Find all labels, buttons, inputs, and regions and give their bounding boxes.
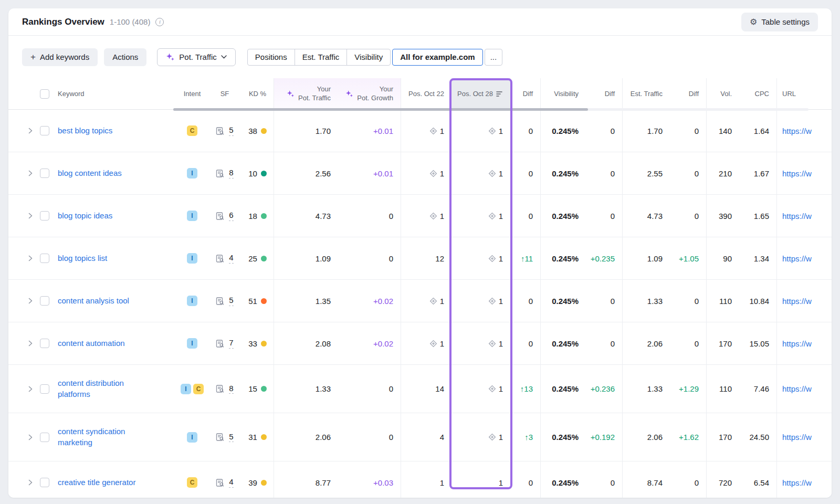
horizontal-scrollbar-thumb[interactable]	[173, 108, 588, 111]
metric-dropdown[interactable]: Pot. Traffic	[157, 48, 235, 66]
tab-all-for-domain[interactable]: All for example.com	[392, 49, 483, 66]
column-header-pot-traffic[interactable]: YourPot. Traffic	[274, 78, 338, 109]
intent-badges: C	[176, 461, 208, 498]
column-header-cpc[interactable]: CPC	[739, 78, 777, 109]
position-value: 1	[499, 254, 503, 263]
table-settings-button[interactable]: ⚙ Table settings	[741, 13, 818, 32]
header-expand-spacer	[21, 78, 40, 109]
keyword-link[interactable]: content automation	[58, 338, 125, 349]
info-icon[interactable]: i	[155, 18, 164, 26]
sf-count[interactable]: 5	[229, 432, 233, 443]
expand-chevron-icon[interactable]	[28, 434, 33, 440]
table-settings-label: Table settings	[761, 17, 810, 26]
column-header-intent[interactable]: Intent	[176, 78, 208, 109]
expand-chevron-icon[interactable]	[28, 298, 33, 304]
url-link[interactable]: https://w	[782, 433, 812, 442]
sf-count[interactable]: 6	[229, 211, 233, 221]
row-checkbox[interactable]	[40, 339, 49, 348]
column-header-kd[interactable]: KD %	[242, 78, 274, 109]
pot-traffic-cell: 4.73	[274, 195, 338, 237]
expand-chevron-icon[interactable]	[28, 386, 33, 392]
sf-count[interactable]: 8	[229, 384, 233, 394]
kd-dot	[261, 341, 267, 346]
url-link[interactable]: https://w	[782, 478, 812, 487]
keyword-link[interactable]: blog topic ideas	[58, 211, 112, 221]
tab-visibility[interactable]: Visibility	[346, 49, 391, 66]
row-checkbox[interactable]	[40, 126, 49, 135]
expand-chevron-icon[interactable]	[28, 479, 33, 486]
url-link[interactable]: https://w	[782, 169, 812, 178]
actions-button[interactable]: Actions	[104, 48, 146, 66]
column-header-sf[interactable]: SF	[208, 78, 242, 109]
expand-chevron-icon[interactable]	[28, 128, 33, 134]
sf-count[interactable]: 7	[229, 338, 233, 349]
keyword-link[interactable]: blog topics list	[58, 253, 107, 264]
visibility-cell: 0.245%	[552, 478, 579, 487]
pot-traffic-cell: 2.06	[274, 413, 338, 461]
table-row: creative title generator C 4 39 8.77 +0.…	[8, 461, 832, 498]
volume-cell: 110	[707, 365, 739, 413]
url-link[interactable]: https://w	[782, 254, 812, 263]
column-header-diff-positions[interactable]: Diff	[510, 78, 541, 109]
keyword-link[interactable]: creative title generator	[58, 477, 135, 488]
expand-chevron-icon[interactable]	[28, 170, 33, 176]
column-header-diff-est-traffic[interactable]: Diff	[670, 78, 707, 109]
sf-count[interactable]: 4	[229, 477, 233, 488]
add-keywords-button[interactable]: + Add keywords	[22, 48, 98, 66]
keyword-link[interactable]: content distribution platforms	[58, 378, 155, 400]
kd-dot	[261, 171, 267, 176]
url-link[interactable]: https://w	[782, 339, 812, 348]
sf-count[interactable]: 4	[229, 253, 233, 264]
position-value: 14	[435, 384, 444, 393]
column-header-est-traffic[interactable]: Est. Traffic	[623, 78, 670, 109]
serp-features-icon	[216, 127, 225, 135]
keyword-link[interactable]: best blog topics	[58, 125, 112, 136]
column-header-pos-oct-22[interactable]: Pos. Oct 22	[401, 78, 452, 109]
column-header-visibility[interactable]: Visibility	[541, 78, 586, 109]
tab-positions[interactable]: Positions	[247, 49, 295, 66]
column-header-pot-growth[interactable]: YourPot. Growth	[338, 78, 401, 109]
sf-count[interactable]: 5	[229, 125, 233, 136]
est-traffic-cell: 1.09	[623, 237, 670, 279]
url-link[interactable]: https://w	[782, 297, 812, 306]
expand-chevron-icon[interactable]	[28, 340, 33, 346]
row-checkbox[interactable]	[40, 433, 49, 442]
row-checkbox[interactable]	[40, 296, 49, 306]
more-tabs-button[interactable]: ...	[485, 49, 503, 66]
est-traffic-diff-cell: 0	[670, 322, 707, 364]
cpc-cell: 1.67	[739, 152, 777, 194]
select-all-checkbox[interactable]	[40, 89, 49, 99]
keyword-link[interactable]: blog content ideas	[58, 168, 122, 178]
horizontal-scrollbar-track[interactable]	[173, 108, 808, 111]
pot-traffic-cell: 1.09	[274, 237, 338, 279]
serp-feature-diamond-icon	[488, 385, 496, 393]
position-value: 1	[440, 478, 444, 487]
sf-count[interactable]: 8	[229, 168, 233, 178]
row-checkbox[interactable]	[40, 169, 49, 178]
row-checkbox[interactable]	[40, 211, 49, 220]
column-header-diff-visibility[interactable]: Diff	[586, 78, 623, 109]
row-checkbox[interactable]	[40, 254, 49, 263]
pos-oct-28-cell: 1	[452, 237, 510, 279]
column-header-url[interactable]: URL	[777, 78, 832, 109]
row-checkbox[interactable]	[40, 384, 49, 394]
url-link[interactable]: https://w	[782, 127, 812, 135]
url-link[interactable]: https://w	[782, 212, 812, 220]
row-checkbox[interactable]	[40, 478, 49, 487]
column-header-pos-oct-28[interactable]: Pos. Oct 28	[452, 78, 510, 109]
url-link[interactable]: https://w	[782, 384, 812, 393]
position-value: 1	[440, 212, 444, 220]
keyword-link[interactable]: content analysis tool	[58, 296, 129, 306]
expand-chevron-icon[interactable]	[28, 255, 33, 261]
column-header-keyword[interactable]: Keyword	[58, 78, 176, 109]
kd-dot	[261, 213, 267, 219]
tab-est-traffic[interactable]: Est. Traffic	[295, 49, 348, 66]
keyword-link[interactable]: content syndication marketing	[58, 426, 155, 448]
column-header-volume[interactable]: Vol.	[707, 78, 739, 109]
expand-chevron-icon[interactable]	[28, 213, 33, 219]
visibility-diff-cell: 0	[586, 110, 623, 152]
sf-count[interactable]: 5	[229, 296, 233, 306]
positions-diff-cell: ↑3	[510, 413, 541, 461]
intent-badge-i: I	[187, 253, 197, 264]
cpc-cell: 1.65	[739, 195, 777, 237]
